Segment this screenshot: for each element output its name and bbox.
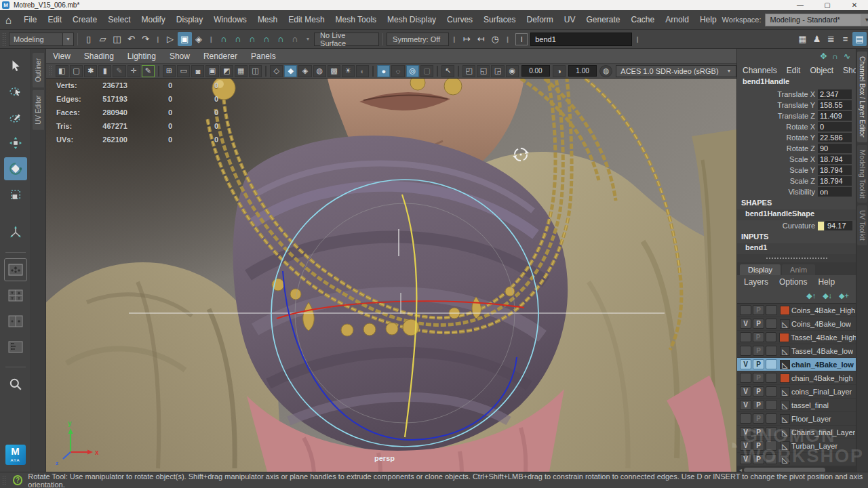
output-connections-icon[interactable]: ↤ [474, 32, 488, 46]
menu-item[interactable]: Windows [208, 12, 252, 27]
channel-graph-icon[interactable]: ∿ [844, 52, 850, 61]
snap-curve-icon[interactable]: ∩ [231, 32, 245, 46]
menu-item[interactable]: Help [694, 12, 722, 27]
undo-icon[interactable]: ↶ [124, 32, 138, 46]
layer-playback-toggle[interactable]: P [753, 454, 764, 464]
layer-playback-toggle[interactable]: P [753, 386, 764, 396]
group-expander[interactable]: ❙ [155, 36, 161, 43]
grip-handle[interactable] [48, 66, 53, 77]
menu-item[interactable]: UV [559, 12, 581, 27]
layer-display-type-toggle[interactable] [766, 346, 777, 356]
paint-select-tool[interactable] [4, 106, 27, 129]
isolate-selected-icon[interactable]: ◱ [477, 65, 490, 77]
panel-menu-item[interactable]: Renderer [197, 50, 244, 62]
channel-attribute-value[interactable]: 11.409 [818, 111, 852, 121]
layer-move-up-icon[interactable]: ◆↑ [806, 291, 816, 300]
layer-color-swatch[interactable] [780, 428, 790, 437]
channel-attribute-label[interactable]: Translate Y [737, 101, 818, 109]
separator[interactable] [372, 66, 374, 77]
select-camera-icon[interactable]: ▢ [70, 65, 83, 77]
new-scene-icon[interactable]: ▯ [81, 32, 96, 46]
channel-attribute-value[interactable]: 18.794 [818, 155, 852, 164]
separator[interactable] [158, 66, 159, 77]
lights-icon[interactable]: ☀ [342, 65, 355, 77]
channel-attribute-label[interactable]: Scale Z [737, 177, 818, 185]
layer-visibility-toggle[interactable]: V [740, 386, 751, 396]
bookmark-icon[interactable]: ▮ [98, 65, 111, 77]
tool-settings-icon[interactable]: ≡ [838, 32, 852, 46]
right-sidebar-tab[interactable]: Channel Box / Layer Editor [857, 52, 867, 142]
gate-mask-icon[interactable]: ◙ [191, 65, 204, 77]
layer-row[interactable]: V P Coins_4Bake_low [737, 317, 856, 331]
input-connections-icon[interactable]: ↦ [460, 32, 474, 46]
layer-visibility-toggle[interactable] [740, 413, 751, 424]
layer-display-type-toggle[interactable] [766, 427, 777, 437]
layer-row[interactable]: V P tassel_final [737, 399, 856, 412]
layer-playback-toggle[interactable]: P [753, 413, 764, 424]
image-plane-icon[interactable]: ✎ [113, 65, 125, 77]
layer-display-type-toggle[interactable] [766, 386, 777, 396]
layer-playback-toggle[interactable]: P [753, 346, 764, 356]
letterbox-icon[interactable]: ◫ [249, 65, 262, 77]
menu-item[interactable]: Mesh [252, 12, 283, 27]
layer-row[interactable]: P Tassel_4Bake_High [737, 331, 856, 344]
select-component-icon[interactable]: ◈ [192, 32, 206, 46]
layer-color-swatch[interactable] [780, 414, 790, 424]
channel-attribute-value[interactable]: on [818, 187, 852, 197]
resolution-gate-icon[interactable]: ▭ [177, 65, 190, 77]
layer-row[interactable]: P Tassel_4Bake_low [737, 344, 856, 358]
layer-playback-toggle[interactable]: P [753, 427, 764, 437]
channel-box-menu-item[interactable]: Show [843, 66, 856, 75]
checker-icon[interactable]: ▩ [328, 65, 340, 77]
layer-editor-menu-item[interactable]: Help [818, 277, 835, 287]
menu-item[interactable]: Deform [521, 12, 558, 27]
panel-menu-item[interactable]: Show [163, 50, 197, 62]
layer-visibility-toggle[interactable]: V [740, 359, 751, 369]
snap-view-plane-icon[interactable]: ∩ [273, 32, 288, 46]
layer-visibility-toggle[interactable]: V [740, 319, 751, 329]
layer-color-swatch[interactable] [780, 306, 790, 315]
layer-color-swatch[interactable] [779, 333, 789, 342]
select-highlight-icon[interactable]: ↖ [441, 65, 454, 77]
grip-handle[interactable] [2, 33, 7, 46]
layer-visibility-toggle[interactable] [740, 373, 751, 383]
layer-color-swatch[interactable] [780, 319, 790, 329]
object-name-input[interactable]: bend1 [530, 33, 632, 46]
right-sidebar-tab[interactable]: UV Toolkit [857, 205, 867, 245]
layer-row[interactable]: V P Turban_Layer [737, 439, 856, 453]
layer-row[interactable]: P chain_4Bake_high [737, 371, 856, 385]
layer-playback-toggle[interactable]: P [753, 400, 764, 410]
layout-single-pane-button[interactable] [4, 258, 27, 281]
speed-precision-icon[interactable]: ∩ [832, 52, 838, 61]
layer-playback-toggle[interactable]: P [753, 319, 764, 329]
construction-history-icon[interactable]: ◷ [488, 32, 502, 46]
menu-item[interactable]: Modify [136, 12, 170, 27]
home-icon[interactable]: ⌂ [5, 14, 12, 26]
smooth-shade-icon[interactable]: ◆ [284, 65, 297, 77]
exposure-icon[interactable]: ◉ [506, 65, 519, 77]
save-scene-icon[interactable]: ◫ [110, 32, 124, 46]
layer-row[interactable]: V P [737, 453, 856, 466]
crop-region-icon[interactable]: ◲ [491, 65, 504, 77]
channel-attribute-label[interactable]: Translate Z [737, 112, 818, 120]
ssao-icon[interactable]: ● [377, 65, 390, 77]
shape-node-name[interactable]: bend1HandleShape [737, 209, 856, 220]
exposure-value[interactable]: 0.00 [521, 65, 550, 77]
film-gate-icon[interactable]: ⊞ [163, 65, 176, 77]
new-layer-icon[interactable]: ◆+ [839, 291, 849, 300]
layer-move-down-icon[interactable]: ◆↓ [823, 291, 832, 300]
layer-visibility-toggle[interactable]: V [740, 427, 751, 437]
layer-playback-toggle[interactable]: P [753, 373, 764, 383]
menu-item[interactable]: File [18, 12, 42, 27]
move-tool[interactable] [4, 131, 27, 155]
snap-grid-icon[interactable]: ∩ [216, 32, 231, 46]
menu-item[interactable]: Surfaces [478, 12, 521, 27]
menu-item[interactable]: Edit Mesh [283, 12, 330, 27]
separator[interactable] [265, 66, 267, 77]
menu-item[interactable]: Select [102, 12, 136, 27]
panel-menu-item[interactable]: Shading [77, 50, 121, 62]
channel-attribute-label[interactable]: Rotate X [737, 123, 818, 131]
contrast-value[interactable]: 1.00 [568, 65, 597, 77]
fog-icon[interactable]: ▢ [420, 65, 433, 77]
layer-display-type-toggle[interactable] [766, 305, 777, 315]
